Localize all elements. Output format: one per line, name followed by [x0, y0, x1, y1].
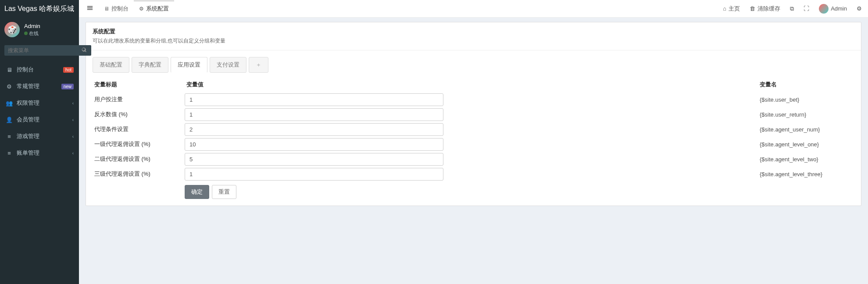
nav-icon: ⚙ [5, 83, 13, 90]
config-row-title: 二级代理返佣设置 (%) [93, 152, 180, 167]
status-dot-icon [24, 32, 28, 35]
config-panel: 系统配置 可以在此增改系统的变量和分组,也可以自定义分组和变量 基础配置字典配置… [86, 22, 861, 206]
config-value-input[interactable] [185, 168, 443, 181]
toggle-sidebar-button[interactable] [83, 3, 96, 14]
fullscreen-button[interactable]: ⛶ [802, 4, 811, 14]
config-row-title: 一级代理返佣设置 (%) [93, 137, 180, 152]
content: 系统配置 可以在此增改系统的变量和分组,也可以自定义分组和变量 基础配置字典配置… [79, 18, 868, 284]
tab-icon: ⚙ [139, 6, 144, 12]
top-tab[interactable]: 🖥控制台 [99, 1, 134, 16]
topbar: 🖥控制台⚙系统配置 ⌂主页 🗑清除缓存 ⧉ ⛶ Admin ⚙ [79, 0, 868, 18]
panel-title: 系统配置 [93, 28, 854, 36]
plus-icon: ＋ [256, 61, 261, 68]
header-title: 变量标题 [93, 77, 180, 92]
nav-badge: new [61, 84, 74, 89]
expand-icon: ⛶ [804, 5, 809, 12]
user-panel: 🎲 Admin 在线 [0, 18, 79, 42]
brand-title: Las Vegas 哈希娱乐城 [0, 0, 79, 18]
tab-label: 系统配置 [146, 5, 169, 13]
header-name: 变量名 [758, 77, 854, 92]
search-button[interactable] [77, 45, 91, 56]
nav-label: 控制台 [17, 66, 63, 74]
config-row-varname: {$site.agent_level_three} [758, 167, 854, 181]
sidebar-item[interactable]: ⚙ 常规管理 new [0, 78, 79, 95]
nav-label: 账单管理 [17, 149, 72, 157]
subtab[interactable]: 应用设置 [171, 57, 207, 73]
sidebar-item[interactable]: ≡ 游戏管理 ‹ [0, 128, 79, 145]
sidebar: Las Vegas 哈希娱乐城 🎲 Admin 在线 🖥 控制台 hot ⚙ 常… [0, 0, 79, 284]
config-row-varname: {$site.agent_level_one} [758, 138, 854, 151]
nav-icon: 🖥 [5, 67, 13, 73]
user-avatar[interactable]: 🎲 [4, 22, 20, 37]
clear-cache-link[interactable]: 🗑清除缓存 [748, 3, 782, 14]
user-status: 在线 [24, 30, 40, 36]
search-form [0, 42, 79, 59]
settings-button[interactable]: ⚙ [855, 4, 864, 14]
nav-icon: ≡ [5, 133, 13, 140]
sidebar-item[interactable]: 🖥 控制台 hot [0, 61, 79, 78]
add-tab-button[interactable]: ＋ [249, 57, 268, 73]
tab-label: 控制台 [111, 5, 129, 13]
sidebar-item[interactable]: 👤 会员管理 ‹ [0, 111, 79, 128]
chevron-left-icon: ‹ [72, 134, 74, 139]
chevron-left-icon: ‹ [72, 151, 74, 156]
bars-icon [87, 5, 93, 11]
config-value-input[interactable] [185, 138, 443, 151]
config-row-varname: {$site.agent_level_two} [758, 153, 854, 166]
search-icon [82, 47, 87, 53]
config-row-title: 代理条件设置 [93, 122, 180, 137]
home-icon: ⌂ [723, 5, 726, 12]
config-value-input[interactable] [185, 153, 443, 166]
panel-description: 可以在此增改系统的变量和分组,也可以自定义分组和变量 [93, 37, 854, 45]
config-value-input[interactable] [185, 93, 443, 106]
search-input[interactable] [4, 45, 77, 56]
config-value-input[interactable] [185, 123, 443, 136]
reset-button[interactable]: 重置 [212, 185, 236, 199]
nav-label: 常规管理 [17, 82, 61, 90]
nav-icon: ≡ [5, 150, 13, 156]
top-tab[interactable]: ⚙系统配置 [134, 0, 174, 16]
subtab[interactable]: 字典配置 [132, 57, 168, 73]
main: 🖥控制台⚙系统配置 ⌂主页 🗑清除缓存 ⧉ ⛶ Admin ⚙ 系统配置 可以在… [79, 0, 868, 284]
subtab[interactable]: 支付设置 [210, 57, 246, 73]
config-row-title: 用户投注量 [93, 92, 180, 107]
copy-icon: ⧉ [790, 5, 794, 12]
trash-icon: 🗑 [750, 5, 755, 12]
nav-icon: 👥 [5, 100, 13, 106]
header-value: 变量值 [185, 77, 754, 92]
avatar-icon [819, 4, 829, 14]
confirm-button[interactable]: 确定 [185, 185, 209, 199]
topbar-right: ⌂主页 🗑清除缓存 ⧉ ⛶ Admin ⚙ [721, 2, 864, 15]
top-tabs: 🖥控制台⚙系统配置 [99, 1, 174, 16]
user-name: Admin [24, 23, 40, 30]
nav-label: 游戏管理 [17, 132, 72, 140]
chevron-left-icon: ‹ [72, 101, 74, 106]
sidebar-item[interactable]: 👥 权限管理 ‹ [0, 95, 79, 111]
subtabs: 基础配置字典配置应用设置支付设置＋ [93, 57, 854, 73]
nav-label: 权限管理 [17, 99, 72, 107]
config-row-title: 三级代理返佣设置 (%) [93, 167, 180, 181]
nav-icon: 👤 [5, 117, 13, 123]
subtab[interactable]: 基础配置 [93, 57, 129, 73]
config-value-input[interactable] [185, 108, 443, 121]
copy-button[interactable]: ⧉ [788, 4, 796, 14]
config-row-varname: {$site.user_return} [758, 108, 854, 121]
config-row-varname: {$site.user_bet} [758, 93, 854, 106]
nav-badge: hot [63, 67, 74, 73]
home-link[interactable]: ⌂主页 [721, 3, 742, 14]
chevron-left-icon: ‹ [72, 117, 74, 122]
config-table: 变量标题 变量值 变量名 用户投注量{$site.user_bet}反水数值 (… [93, 77, 854, 199]
config-row-varname: {$site.agent_user_num} [758, 123, 854, 136]
sidebar-item[interactable]: ≡ 账单管理 ‹ [0, 145, 79, 161]
tab-icon: 🖥 [104, 6, 109, 12]
user-menu[interactable]: Admin [817, 2, 849, 15]
cogs-icon: ⚙ [857, 5, 862, 12]
nav-menu: 🖥 控制台 hot ⚙ 常规管理 new 👥 权限管理 ‹👤 会员管理 ‹≡ 游… [0, 61, 79, 161]
config-row-title: 反水数值 (%) [93, 107, 180, 122]
nav-label: 会员管理 [17, 116, 72, 124]
